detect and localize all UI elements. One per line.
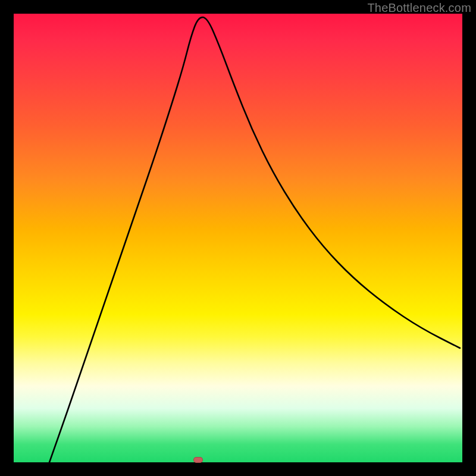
bottleneck-curve xyxy=(49,17,460,462)
curve-svg xyxy=(14,14,462,462)
plot-area xyxy=(14,14,462,462)
optimal-point-marker xyxy=(193,457,203,463)
watermark-text: TheBottleneck.com xyxy=(367,1,471,15)
chart-frame: TheBottleneck.com xyxy=(0,0,476,476)
